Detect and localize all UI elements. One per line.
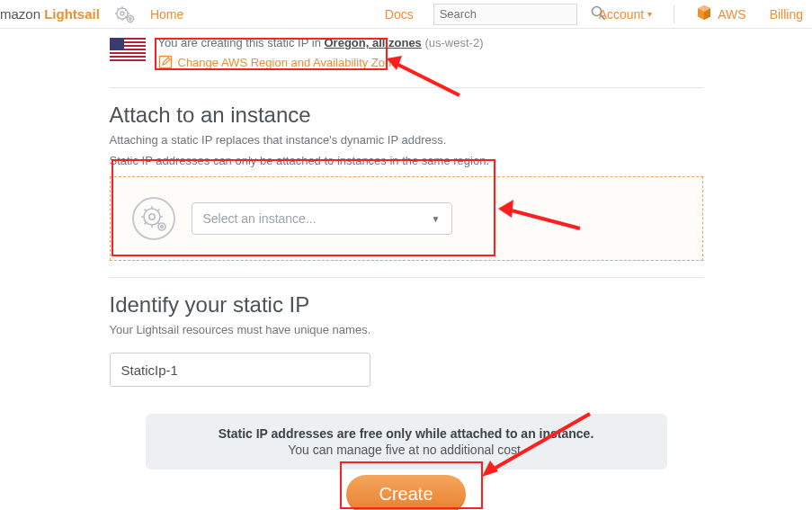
instance-gear-icon (132, 197, 175, 240)
identify-heading: Identify your static IP (110, 292, 703, 318)
chevron-down-icon: ▾ (647, 9, 652, 19)
account-menu[interactable]: Account ▾ (599, 7, 653, 22)
brand-text: mazon Lightsail (0, 6, 100, 22)
billing-link[interactable]: Billing (770, 7, 803, 22)
divider (110, 277, 703, 278)
change-region-label: Change AWS Region and Availability Zone (178, 54, 398, 72)
cube-icon (696, 4, 712, 23)
svg-point-18 (160, 226, 163, 228)
svg-rect-14 (159, 57, 171, 68)
divider (110, 87, 703, 88)
info-strong-text: Static IP addresses are free only while … (164, 426, 649, 441)
svg-rect-13 (110, 38, 124, 50)
instance-select-label: Select an instance... (203, 211, 317, 226)
svg-point-15 (144, 209, 160, 225)
svg-rect-12 (110, 58, 146, 59)
attach-instance-panel: Select an instance... ▼ (110, 176, 703, 261)
create-button[interactable]: Create (346, 475, 465, 510)
static-ip-name-input[interactable] (110, 353, 370, 387)
change-region-link[interactable]: Change AWS Region and Availability Zone (158, 54, 484, 72)
info-banner: Static IP addresses are free only while … (146, 414, 667, 470)
identify-subtext: Your Lightsail resources must have uniqu… (110, 323, 703, 336)
search-input[interactable] (433, 4, 577, 25)
account-label: Account (599, 7, 645, 22)
chevron-down-icon: ▼ (432, 214, 441, 224)
aws-link[interactable]: AWS (696, 4, 745, 23)
svg-point-17 (158, 223, 165, 230)
docs-link[interactable]: Docs (385, 7, 414, 22)
attach-subtext: Attaching a static IP replaces that inst… (110, 133, 703, 147)
region-description: You are creating this static IP in Orego… (158, 34, 484, 52)
svg-rect-10 (110, 50, 146, 52)
svg-point-3 (129, 17, 131, 19)
attach-heading: Attach to an instance (110, 103, 703, 128)
search-field[interactable] (440, 7, 591, 21)
divider (674, 5, 674, 23)
instance-select[interactable]: Select an instance... ▼ (192, 202, 452, 235)
gear-icon[interactable] (114, 5, 136, 23)
svg-point-2 (127, 15, 133, 22)
aws-label: AWS (718, 7, 745, 22)
svg-point-16 (148, 214, 154, 219)
svg-rect-11 (110, 54, 146, 56)
svg-point-1 (120, 12, 124, 15)
edit-icon (158, 55, 173, 69)
info-sub-text: You can manage five at no additional cos… (288, 443, 524, 457)
attach-note: Static IP addresses can only be attached… (110, 154, 703, 167)
home-link[interactable]: Home (150, 7, 183, 22)
us-flag-icon (110, 38, 146, 61)
